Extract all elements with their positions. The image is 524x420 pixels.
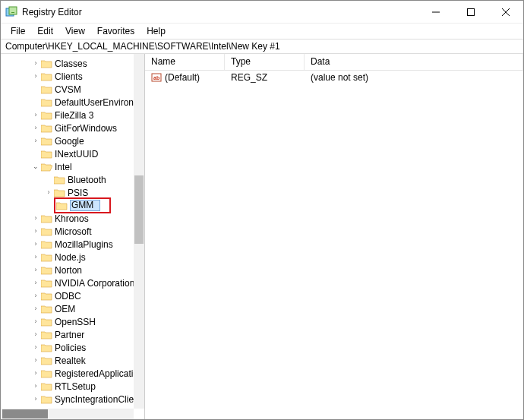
- chevron-right-icon[interactable]: ›: [31, 124, 40, 133]
- tree-node-google[interactable]: ›Google: [1, 134, 144, 147]
- folder-icon: [41, 85, 52, 94]
- menu-favorites[interactable]: Favorites: [92, 25, 140, 37]
- menu-edit[interactable]: Edit: [32, 25, 58, 37]
- chevron-right-icon[interactable]: ›: [31, 253, 40, 262]
- tree-node-odbc[interactable]: ›ODBC: [1, 289, 144, 302]
- tree-expander-none: [44, 201, 53, 210]
- chevron-right-icon[interactable]: ›: [31, 317, 40, 327]
- chevron-right-icon[interactable]: ›: [31, 369, 40, 378]
- tree-node-classes[interactable]: ›Classes: [1, 57, 144, 70]
- window-buttons: [418, 1, 523, 24]
- tree-node-defaultuserenv[interactable]: DefaultUserEnvironm: [1, 96, 144, 109]
- menu-view[interactable]: View: [60, 25, 90, 37]
- tree-node-label: GitForWindows: [55, 123, 117, 134]
- tree-node-policies[interactable]: ›Policies: [1, 341, 144, 354]
- tree-node-rtlsetup[interactable]: ›RTLSetup: [1, 380, 144, 393]
- close-button[interactable]: [488, 1, 523, 24]
- tree-node-syncintegration[interactable]: ›SyncIntegrationClient: [1, 393, 144, 406]
- tree-node-label: Policies: [55, 343, 86, 353]
- tree-node-label: Norton: [55, 265, 82, 276]
- folder-icon: [41, 279, 52, 288]
- tree-node-oem[interactable]: ›OEM: [1, 302, 144, 315]
- tree-node-label: MozillaPlugins: [55, 239, 113, 250]
- folder-icon: [54, 175, 65, 185]
- column-header-data[interactable]: Data: [305, 54, 523, 70]
- chevron-right-icon[interactable]: ›: [31, 382, 40, 391]
- tree-node-bluetooth[interactable]: Bluetooth: [1, 173, 144, 186]
- folder-icon: [56, 201, 68, 210]
- tree-node-gmm[interactable]: GMM: [1, 199, 144, 212]
- tree-expander-none: [31, 85, 40, 94]
- chevron-right-icon[interactable]: ›: [31, 343, 40, 352]
- tree-node-clients[interactable]: ›Clients: [1, 70, 144, 83]
- tree-node-label: Classes: [55, 58, 87, 69]
- chevron-right-icon[interactable]: ›: [31, 292, 40, 301]
- tree-node-realtek[interactable]: ›Realtek: [1, 354, 144, 367]
- folder-icon: [41, 240, 52, 249]
- tree-node-gitforwindows[interactable]: ›GitForWindows: [1, 122, 144, 134]
- tree-scrollbar-vertical[interactable]: [134, 54, 144, 409]
- tree-node-microsoft[interactable]: ›Microsoft: [1, 225, 144, 238]
- tree-node-registeredapps[interactable]: ›RegisteredApplication: [1, 367, 144, 380]
- title-bar: Registry Editor: [1, 1, 523, 24]
- folder-icon: [41, 356, 52, 365]
- chevron-down-icon[interactable]: ⌄: [31, 163, 40, 172]
- menu-file[interactable]: File: [5, 25, 30, 37]
- folder-icon: [41, 292, 52, 301]
- tree-node-intel[interactable]: ⌄Intel: [1, 160, 144, 173]
- tree-node-label: CVSM: [55, 84, 81, 95]
- chevron-right-icon[interactable]: ›: [31, 240, 40, 249]
- tree-node-label: RTLSetup: [55, 381, 96, 392]
- rename-input[interactable]: GMM: [70, 200, 100, 211]
- tree-node-partner[interactable]: ›Partner: [1, 328, 144, 341]
- folder-icon: [41, 150, 52, 159]
- tree-node-filezilla3[interactable]: ›FileZilla 3: [1, 109, 144, 122]
- chevron-right-icon[interactable]: ›: [31, 330, 40, 339]
- chevron-right-icon[interactable]: ›: [31, 111, 40, 120]
- tree-node-label: Microsoft: [55, 226, 92, 237]
- chevron-right-icon[interactable]: ›: [31, 395, 40, 404]
- scrollbar-thumb[interactable]: [134, 175, 144, 244]
- tree-node-mozillaplugins[interactable]: ›MozillaPlugins: [1, 238, 144, 251]
- folder-icon: [41, 72, 52, 81]
- tree-node-khronos[interactable]: ›Khronos: [1, 212, 144, 225]
- tree-node-nvidia[interactable]: ›NVIDIA Corporation: [1, 276, 144, 289]
- chevron-right-icon[interactable]: ›: [31, 279, 40, 288]
- chevron-right-icon[interactable]: ›: [31, 266, 40, 275]
- chevron-right-icon[interactable]: ›: [31, 214, 40, 223]
- chevron-right-icon[interactable]: ›: [31, 59, 40, 68]
- list-row[interactable]: ab (Default) REG_SZ (value not set): [145, 71, 523, 84]
- tree-node-label: SyncIntegrationClient: [55, 394, 141, 405]
- tree-node-nodejs[interactable]: ›Node.js: [1, 251, 144, 264]
- tree-node-norton[interactable]: ›Norton: [1, 264, 144, 276]
- tree-node-label: NVIDIA Corporation: [55, 278, 134, 289]
- chevron-right-icon[interactable]: ›: [31, 356, 40, 365]
- chevron-right-icon[interactable]: ›: [31, 227, 40, 236]
- tree-scroll[interactable]: ›Classes›ClientsCVSMDefaultUserEnvironm›…: [1, 54, 144, 419]
- tree-node-label: INextUUID: [55, 149, 98, 159]
- address-bar[interactable]: Computer\HKEY_LOCAL_MACHINE\SOFTWARE\Int…: [1, 39, 523, 54]
- tree-node-cvsm[interactable]: CVSM: [1, 83, 144, 96]
- string-value-icon: ab: [151, 72, 162, 83]
- folder-icon: [41, 137, 52, 146]
- tree-node-openssh[interactable]: ›OpenSSH: [1, 315, 144, 328]
- folder-icon: [41, 382, 52, 391]
- tree-node-label: RegisteredApplication: [55, 368, 144, 379]
- chevron-right-icon[interactable]: ›: [31, 305, 40, 314]
- chevron-right-icon[interactable]: ›: [44, 188, 53, 197]
- tree-node-label: DefaultUserEnvironm: [55, 97, 141, 108]
- menu-help[interactable]: Help: [141, 25, 171, 37]
- folder-icon: [41, 369, 52, 378]
- column-header-name[interactable]: Name: [145, 54, 225, 70]
- tree-node-inextuuid[interactable]: INextUUID: [1, 147, 144, 160]
- maximize-button[interactable]: [453, 1, 488, 24]
- scrollbar-thumb[interactable]: [2, 409, 48, 418]
- rename-highlight: GMM: [54, 197, 111, 213]
- chevron-right-icon[interactable]: ›: [31, 72, 40, 81]
- value-name-cell: ab (Default): [145, 72, 225, 83]
- value-type: REG_SZ: [225, 72, 305, 83]
- tree-scrollbar-horizontal[interactable]: [1, 409, 134, 419]
- chevron-right-icon[interactable]: ›: [31, 137, 40, 146]
- minimize-button[interactable]: [418, 1, 453, 24]
- column-header-type[interactable]: Type: [225, 54, 305, 70]
